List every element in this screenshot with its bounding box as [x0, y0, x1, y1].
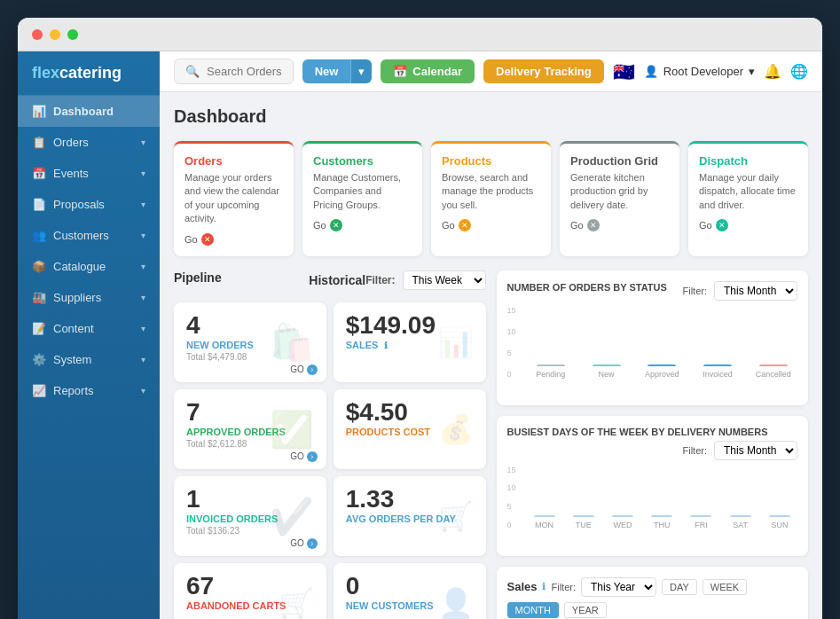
metrics-row-2: 7 APPROVED ORDERS Total $2,612.88 ✅ GO › [174, 389, 486, 469]
products-card-desc: Browse, search and manage the products y… [442, 171, 540, 212]
sidebar-label-system: System [53, 353, 91, 366]
bar-sat-label: SAT [733, 521, 748, 529]
production-go-label: Go [570, 220, 584, 231]
customers-card-desc: Manage Customers, Companies and Pricing … [313, 171, 412, 212]
bell-icon[interactable]: 🔔 [764, 63, 781, 80]
bar-sat-rect [730, 515, 751, 517]
sidebar-item-reports[interactable]: 📈 Reports ▾ [18, 375, 160, 406]
close-btn[interactable] [32, 29, 43, 40]
bar-thu: THU [644, 515, 679, 529]
dispatch-go-label: Go [699, 220, 712, 231]
new-button-group[interactable]: New ▾ [302, 59, 373, 83]
bar-sun-label: SUN [771, 521, 788, 529]
delivery-tracking-button[interactable]: Delivery Tracking [483, 59, 604, 83]
content-icon: 📝 [32, 322, 46, 335]
metrics-row-3: 1 INVOICED ORDERS Total $136.23 ✔️ GO › [174, 476, 486, 556]
bar-wed: WED [605, 515, 640, 529]
orders-bar-chart: 15 10 5 0 Pending [527, 306, 798, 395]
bar-new: New [582, 364, 631, 379]
dispatch-go-dot: ✕ [716, 219, 728, 231]
page-title: Dashboard [174, 106, 808, 127]
quick-card-production[interactable]: Production Grid Generate kitchen product… [560, 141, 679, 256]
events-chevron-icon: ▾ [141, 168, 145, 178]
calendar-button[interactable]: 📅 Calendar [381, 59, 475, 83]
metrics-row-1: 4 NEW ORDERS Total $4,479.08 🛍️ GO › $ [174, 302, 486, 382]
sales-filter-select[interactable]: This Year Last Year [581, 577, 656, 597]
bar-sun: SUN [762, 515, 797, 529]
bar-fri-label: FRI [695, 521, 708, 529]
minimize-btn[interactable] [50, 29, 60, 40]
customers-card-title: Customers [313, 154, 412, 168]
sidebar-label-content: Content [53, 322, 94, 335]
period-year-button[interactable]: YEAR [564, 602, 607, 618]
new-dropdown-arrow[interactable]: ▾ [350, 59, 372, 83]
system-chevron-icon: ▾ [141, 355, 145, 364]
search-icon: 🔍 [185, 65, 200, 78]
shopping-bag-icon: 🛍️ [270, 321, 314, 363]
metric-abandoned-carts: 67 ABANDONED CARTS 🛒 GO › [174, 563, 326, 619]
search-input[interactable] [207, 65, 282, 78]
sales-info-icon[interactable]: ℹ [542, 581, 546, 592]
approved-orders-go[interactable]: GO › [290, 451, 318, 462]
historical-filter-select[interactable]: This Week Last Week This Month Last Mont… [403, 270, 486, 290]
orders-filter-label: Filter: [683, 286, 708, 296]
main-content: 🔍 New ▾ 📅 Calendar Delivery Tracking 🇦🇺 … [160, 51, 822, 619]
quick-card-dispatch[interactable]: Dispatch Manage your daily dispatch, all… [688, 141, 808, 256]
proposals-chevron-icon: ▾ [141, 200, 145, 209]
quick-card-products[interactable]: Products Browse, search and manage the p… [431, 141, 551, 256]
bar-fri: FRI [683, 515, 718, 529]
user-name: Root Developer [663, 65, 743, 78]
bar-tue-rect [573, 515, 594, 517]
sidebar-item-customers[interactable]: 👥 Customers ▾ [18, 220, 160, 251]
right-column: NUMBER OF ORDERS BY STATUS Filter: This … [497, 270, 809, 619]
orders-status-filter-select[interactable]: This Month Last Month [714, 281, 797, 301]
invoiced-orders-go[interactable]: GO › [290, 538, 318, 549]
period-day-button[interactable]: DAY [662, 579, 697, 595]
sidebar-item-events[interactable]: 📅 Events ▾ [18, 158, 160, 189]
maximize-btn[interactable] [67, 29, 78, 40]
user-menu[interactable]: 👤 Root Developer ▾ [644, 65, 755, 78]
globe-icon[interactable]: 🌐 [790, 63, 808, 80]
sidebar-item-content[interactable]: 📝 Content ▾ [18, 313, 160, 344]
sidebar-item-dashboard[interactable]: 📊 Dashboard [18, 96, 160, 127]
sidebar-item-system[interactable]: ⚙️ System ▾ [18, 344, 160, 375]
metric-new-customers: 0 NEW CUSTOMERS 👤 [334, 563, 486, 619]
logo-catering: catering [59, 64, 122, 82]
sidebar-label-orders: Orders [53, 136, 89, 149]
quick-card-customers[interactable]: Customers Manage Customers, Companies an… [302, 141, 422, 256]
products-go-label: Go [442, 220, 455, 231]
metric-products-cost: $4.50 PRODUCTS COST 💰 [334, 389, 486, 469]
busiest-filter-label: Filter: [683, 445, 708, 456]
customers-card-go[interactable]: Go ✕ [313, 219, 412, 231]
bar-tue-label: TUE [576, 521, 592, 529]
new-button[interactable]: New [302, 59, 351, 83]
production-card-go[interactable]: Go ✕ [570, 219, 669, 231]
sidebar-item-catalogue[interactable]: 📦 Catalogue ▾ [18, 251, 160, 282]
bar-wed-rect [612, 515, 633, 517]
dispatch-card-go[interactable]: Go ✕ [699, 219, 797, 231]
search-box[interactable]: 🔍 [174, 59, 294, 84]
bar-cancelled-rect [759, 364, 788, 366]
sales-filter-row: Sales ℹ Filter: This Year Last Year DAY … [507, 577, 798, 618]
flag-icon[interactable]: 🇦🇺 [613, 61, 635, 82]
new-orders-go[interactable]: GO › [290, 364, 318, 375]
sidebar-item-orders[interactable]: 📋 Orders ▾ [18, 127, 160, 158]
products-card-go[interactable]: Go ✕ [442, 219, 540, 231]
busiest-days-filter-select[interactable]: This Month Last Month [714, 441, 797, 460]
calendar-icon: 📅 [393, 65, 407, 78]
quick-card-orders[interactable]: Orders Manage your orders and view the c… [174, 141, 294, 256]
period-week-button[interactable]: WEEK [703, 579, 747, 595]
sidebar-item-suppliers[interactable]: 🏭 Suppliers ▾ [18, 282, 160, 313]
dashboard-icon: 📊 [32, 105, 46, 118]
orders-card-go[interactable]: Go ✕ [184, 233, 283, 246]
abandoned-cart-icon: 🛒 [279, 586, 314, 619]
metric-sales: $149.09 SALES ℹ 📊 [334, 302, 486, 382]
orders-go-label: Go [184, 234, 198, 245]
period-month-button[interactable]: MONTH [507, 602, 559, 618]
sales-info-icon[interactable]: ℹ [384, 341, 388, 350]
bar-sun-rect [769, 515, 790, 517]
sidebar-item-proposals[interactable]: 📄 Proposals ▾ [18, 189, 160, 220]
bar-approved-rect [648, 364, 676, 366]
bar-cancelled-label: Cancelled [756, 370, 791, 379]
dispatch-card-desc: Manage your daily dispatch, allocate tim… [699, 171, 797, 212]
